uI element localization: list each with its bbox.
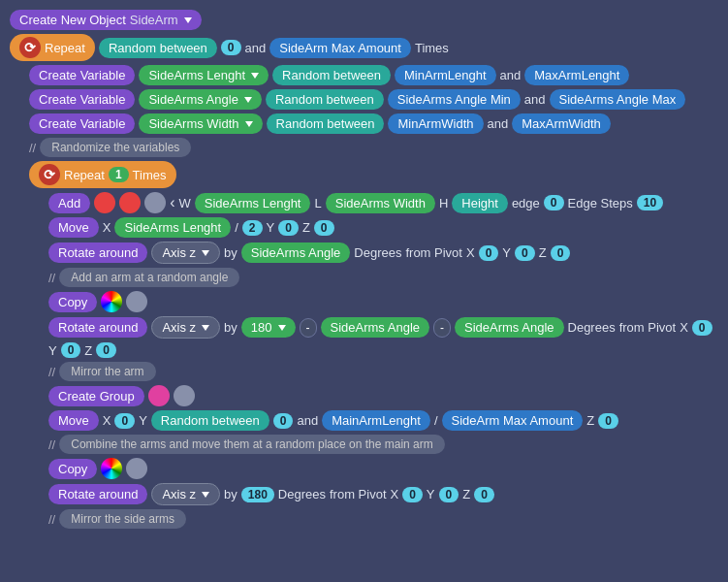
move-sides-lenght-btn[interactable]: SideArms Lenght (114, 217, 231, 238)
rotate2-x: X (680, 320, 688, 335)
add-edge-steps-val[interactable]: 10 (637, 195, 663, 210)
rotate1-from: from Pivot (405, 245, 462, 260)
random-between2-btn[interactable]: Random between (266, 89, 384, 110)
add-h-label: H (439, 196, 448, 210)
rotate1-axis-btn[interactable]: Axis z (151, 242, 220, 264)
add-icon-red (94, 192, 115, 213)
rotate1-zval[interactable]: 0 (551, 245, 571, 261)
create-var2-btn[interactable]: Create Variable (29, 89, 135, 110)
create-new-object-btn[interactable]: Create New Object SideArm (10, 10, 202, 30)
rotate2-xval[interactable]: 0 (692, 320, 712, 336)
comment5-row: // Mirror the side arms (48, 509, 718, 529)
rotate3-zval[interactable]: 0 (474, 487, 494, 502)
rotate2-zval[interactable]: 0 (96, 342, 116, 358)
move-y-val[interactable]: 0 (278, 220, 299, 236)
var2-and: and (524, 92, 546, 107)
rotate1-angle-btn[interactable]: SideArms Angle (241, 242, 351, 263)
move2-random-btn[interactable]: Random between (151, 410, 269, 431)
rotate3-xval[interactable]: 0 (402, 487, 423, 502)
add-btn[interactable]: Add (48, 193, 90, 213)
create-var1-btn[interactable]: Create Variable (29, 65, 135, 85)
move2-mainarm-btn[interactable]: MainArmLenght (322, 410, 430, 431)
add-icon-red2 (119, 192, 141, 213)
rotate3-from: from Pivot (330, 487, 387, 501)
rotate1-btn[interactable]: Rotate around (48, 242, 147, 263)
rotate2-minus2-btn[interactable]: - (433, 318, 451, 338)
rotate3-by: by (224, 487, 237, 501)
move-z-val[interactable]: 0 (314, 220, 334, 236)
sides-lenght-btn[interactable]: SideArms Lenght (195, 193, 311, 213)
repeat-icon: ⟳ (19, 37, 41, 58)
var2-name-btn[interactable]: SideArms Angle (139, 89, 262, 110)
add-edge-val[interactable]: 0 (544, 195, 564, 210)
var3-dropdown-icon[interactable] (245, 121, 253, 127)
rotate2-degrees: Degrees (568, 320, 616, 335)
var2-min-btn[interactable]: SideArms Angle Min (388, 89, 521, 110)
copy2-btn[interactable]: Copy (48, 459, 97, 479)
move2-zval[interactable]: 0 (598, 413, 618, 429)
rotate3-x: X (391, 487, 399, 501)
rotate1-axis-dropdown[interactable] (202, 250, 209, 256)
sidearm-max-btn[interactable]: SideArm Max Amount (269, 38, 411, 58)
rotate2-axis-btn[interactable]: Axis z (151, 316, 220, 339)
repeat2-val[interactable]: 1 (109, 167, 129, 182)
rotate3-axis-dropdown[interactable] (202, 492, 209, 498)
copy2-icon-rainbow (101, 458, 122, 479)
move-block-row: Move X SideArms Lenght / 2 Y 0 Z 0 (48, 217, 718, 238)
var2-max-btn[interactable]: SideArms Angle Max (550, 89, 686, 110)
rotate2-by: by (224, 320, 237, 335)
var1-dropdown-icon[interactable] (251, 73, 259, 79)
comment5-text: Mirror the side arms (59, 509, 186, 529)
var2-dropdown-icon[interactable] (244, 97, 252, 103)
rotate2-axis-dropdown[interactable] (202, 325, 209, 331)
create-group-btn[interactable]: Create Group (48, 386, 144, 406)
rotate2-yval[interactable]: 0 (61, 342, 81, 358)
move-y-label: Y (267, 220, 275, 235)
create-label: Create New Object (19, 13, 126, 27)
rotate2-minus-btn[interactable]: - (300, 318, 317, 338)
random-between3-btn[interactable]: Random between (267, 113, 385, 134)
rotate3-yval[interactable]: 0 (439, 487, 459, 502)
copy2-icon-gray (126, 458, 147, 479)
rotate3-axis-btn[interactable]: Axis z (151, 483, 220, 505)
copy1-icon-gray (126, 291, 147, 312)
add-w-label: W (178, 196, 190, 210)
move-div-val[interactable]: 2 (242, 220, 263, 236)
random-between-btn[interactable]: Random between (99, 38, 217, 58)
repeat2-block: ⟳ Repeat 1 Times (29, 161, 176, 188)
rotate3-row: Rotate around Axis z by 180 Degrees from… (48, 483, 718, 505)
add-icon-gray (144, 192, 166, 213)
sides-width-btn[interactable]: SideArms Width (326, 193, 435, 213)
rotate2-angle1-btn[interactable]: SideArms Angle (321, 317, 430, 338)
rotate2-val180-btn[interactable]: 180 (241, 317, 296, 338)
move-btn[interactable]: Move (48, 217, 99, 238)
rotate1-yval[interactable]: 0 (515, 245, 535, 261)
move2-xval[interactable]: 0 (114, 413, 135, 429)
var3-max-btn[interactable]: MaxArmWidth (512, 113, 611, 134)
height-btn[interactable]: Height (452, 193, 508, 213)
rotate3-btn[interactable]: Rotate around (48, 484, 147, 504)
rotate2-angle2-btn[interactable]: SideArms Angle (455, 317, 564, 338)
rotate1-xval[interactable]: 0 (479, 245, 499, 261)
create-var3-btn[interactable]: Create Variable (29, 113, 135, 134)
random-between1-btn[interactable]: Random between (272, 65, 391, 85)
var1-name-btn[interactable]: SideArms Lenght (139, 65, 269, 85)
move2-btn[interactable]: Move (48, 410, 99, 431)
var3-name-btn[interactable]: SideArms Width (139, 113, 262, 134)
move2-sidearm-max-btn[interactable]: SideArm Max Amount (442, 410, 584, 431)
var3-min-btn[interactable]: MinArmWidth (388, 113, 483, 134)
var1-min-btn[interactable]: MinArmLenght (395, 65, 496, 85)
add-block-row: Add ‹ W SideArms Lenght L SideArms Width… (48, 192, 718, 213)
copy1-btn[interactable]: Copy (48, 292, 97, 312)
object-dropdown-icon[interactable] (184, 17, 192, 23)
rotate2-180-dropdown[interactable] (278, 325, 286, 331)
object-name: SideArm (130, 13, 178, 27)
move2-rval1[interactable]: 0 (273, 413, 294, 429)
var1-max-btn[interactable]: MaxArmLenght (524, 65, 629, 85)
rotate2-btn[interactable]: Rotate around (48, 317, 147, 338)
rotate3-val180[interactable]: 180 (241, 487, 274, 502)
repeat2-body: Add ‹ W SideArms Lenght L SideArms Width… (48, 192, 718, 529)
repeat1-val1[interactable]: 0 (221, 40, 241, 55)
rotate1-x: X (466, 245, 475, 260)
create-group-row: Create Group (48, 385, 718, 406)
